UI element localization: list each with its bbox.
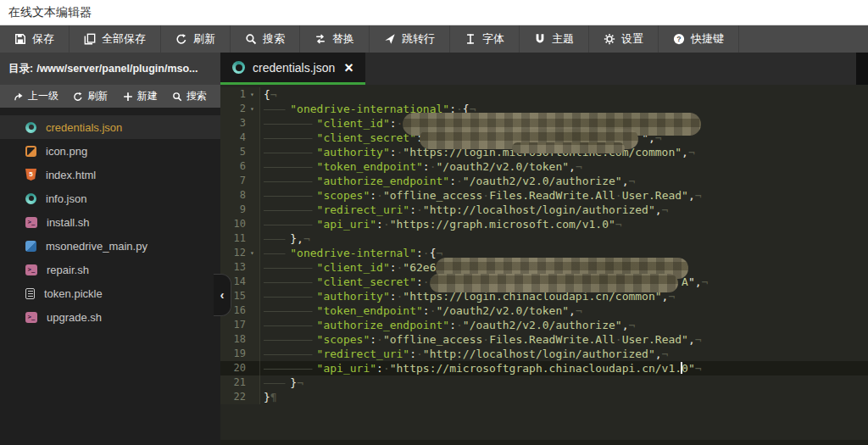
tab-credentials-json[interactable]: credentials.json × [220,53,365,85]
fold-arrow-icon[interactable]: ▾ [246,87,259,102]
search-icon [172,92,182,102]
gutter: 9 [220,203,260,217]
file-item-credentials-json[interactable]: credentials.json [0,115,220,139]
code-text[interactable]: "api_uri":·"https://graph.microsoft.com/… [260,217,868,231]
punctuation: , [569,160,576,173]
file-item-icon-png[interactable]: icon.png [0,139,220,163]
punctuation: , [655,203,662,216]
code-text[interactable]: "scopes":·"offline_access·Files.ReadWrit… [260,188,868,203]
code-text[interactable]: "token_endpoint":·"/oauth2/v2.0/token",¬ [260,303,868,318]
gutter: 21 [220,375,260,390]
close-icon[interactable]: × [344,60,353,75]
new-file-button[interactable]: 新建 [123,89,158,103]
code-text[interactable]: "authority":·"https://login.microsoftonl… [260,145,868,159]
code-text[interactable]: "scopes":·"offline_access·Files.ReadWrit… [260,332,868,347]
invisible-char: · [376,189,383,202]
search-button[interactable]: 搜索 [231,25,300,53]
code-line-1[interactable]: 1▾{¬ [220,87,868,102]
code-line-8[interactable]: 8"scopes":·"offline_access·Files.ReadWri… [220,188,868,203]
refresh-button-label: 刷新 [193,31,215,47]
code-line-17[interactable]: 17"authorize_endpoint":·"/oauth2/v2.0/au… [220,318,868,332]
code-line-6[interactable]: 6"token_endpoint":·"/oauth2/v2.0/token",… [220,159,868,174]
search-button-label: 搜索 [263,31,285,47]
font-button[interactable]: 字体 [450,25,520,53]
code-area[interactable]: 1▾{¬2▾"onedrive-international":·{¬3"clie… [220,85,868,445]
code-line-18[interactable]: 18"scopes":·"offline_access·Files.ReadWr… [220,332,868,347]
code-line-5[interactable]: 5"authority":·"https://login.microsofton… [220,145,868,159]
code-text[interactable]: "redirect_uri":·"http://localhost/login/… [260,347,868,361]
punctuation: } [264,391,270,403]
replace-icon [314,33,326,45]
punctuation: : [390,146,397,159]
code-line-21[interactable]: 21}¬ [220,375,868,390]
refresh-button[interactable]: 刷新 [161,25,231,53]
code-line-20[interactable]: 20"api_uri":·"https://microsoftgraph.chi… [220,361,868,375]
settings-button[interactable]: 设置 [589,25,659,53]
code-text[interactable]: "token_endpoint":·"/oauth2/v2.0/token",¬ [260,159,868,174]
code-line-11[interactable]: 11},¬ [220,231,868,246]
code-line-16[interactable]: 16"token_endpoint":·"/oauth2/v2.0/token"… [220,303,868,318]
file-item-msonedrive-main-py[interactable]: msonedrive_main.py [0,234,220,258]
up-level-button[interactable]: 上一级 [14,89,58,103]
indent-guide [264,176,317,187]
code-line-19[interactable]: 19"redirect_uri":·"http://localhost/logi… [220,347,868,361]
punctuation: } [290,376,297,389]
json-value: "http://localhost/login/authorized" [423,203,655,216]
file-list: credentials.jsonicon.pngindex.htmlinfo.j… [0,108,220,445]
code-text[interactable]: }¶ [260,390,868,404]
code-line-13[interactable]: 13"client_id":·"62e6 [220,260,868,275]
invisible-char: · [430,304,437,317]
code-line-10[interactable]: 10"api_uri":·"https://graph.microsoft.co… [220,217,868,231]
invisible-char: · [383,362,390,375]
code-text[interactable]: }¬ [260,375,868,390]
invisible-char: ¬ [662,203,669,216]
code-text[interactable]: "authorize_endpoint":·"/oauth2/v2.0/auth… [260,174,868,188]
replace-button[interactable]: 替换 [300,25,370,53]
sidebar-collapse-handle[interactable]: ‹ [214,274,231,316]
save-all-button[interactable]: 全部保存 [70,25,161,53]
code-text[interactable]: {¬ [260,87,868,102]
fold-arrow-icon[interactable]: ▾ [246,246,259,260]
file-item-upgrade-sh[interactable]: upgrade.sh [0,305,220,329]
file-item-token-pickle[interactable]: token.pickle [0,281,220,305]
file-item-install-sh[interactable]: install.sh [0,210,220,234]
theme-button[interactable]: 主题 [520,25,589,53]
goto-line-button[interactable]: 跳转行 [370,25,450,53]
file-item-repair-sh[interactable]: repair.sh [0,258,220,281]
code-text[interactable]: },¬ [260,231,868,246]
line-number: 22 [220,390,246,404]
json-key: "client_secret" [317,275,416,288]
invisible-char: · [615,333,622,346]
json-key: "scopes" [317,333,370,346]
json-value: "https://microsoftgraph.chinacloudapi.cn… [390,362,682,375]
code-line-22[interactable]: 22}¶ [220,390,868,404]
code-text[interactable]: "authorize_endpoint":·"/oauth2/v2.0/auth… [260,318,868,332]
code-text[interactable]: "client_id":·"62e6 [260,260,868,275]
punctuation: : [449,319,456,331]
shortcuts-button[interactable]: ?快捷键 [659,25,739,53]
file-name: install.sh [47,216,90,229]
fold-arrow-icon[interactable]: ▾ [246,102,259,116]
file-item-info-json[interactable]: info.json [0,186,220,210]
code-line-9[interactable]: 9"redirect_uri":·"http://localhost/login… [220,203,868,217]
code-text[interactable]: "client_secret":·"-_A",¬ [260,275,868,289]
refresh-dir-button[interactable]: 刷新 [73,89,108,103]
fold-spacer [246,361,259,375]
save-button[interactable]: 保存 [0,25,70,53]
file-item-index-html[interactable]: index.html [0,163,220,186]
line-number: 2 [220,102,246,116]
search-file-button[interactable]: 搜索 [172,89,207,103]
search-file-button-label: 搜索 [186,89,207,103]
invisible-char: ¬ [576,304,582,317]
gutter: 2▾ [220,102,260,116]
invisible-char: ¬ [695,189,702,202]
punctuation: : [449,175,456,187]
code-line-14[interactable]: 14"client_secret":·"-_A",¬ [220,275,868,289]
code-text[interactable]: "redirect_uri":·"http://localhost/login/… [260,203,868,217]
invisible-char: ¬ [662,348,669,360]
json-value: Files.ReadWrite.All [489,189,615,202]
code-line-7[interactable]: 7"authorize_endpoint":·"/oauth2/v2.0/aut… [220,174,868,188]
line-number: 10 [220,217,246,231]
code-text[interactable]: "api_uri":·"https://microsoftgraph.china… [260,361,868,375]
invisible-char: ¬ [297,376,303,389]
